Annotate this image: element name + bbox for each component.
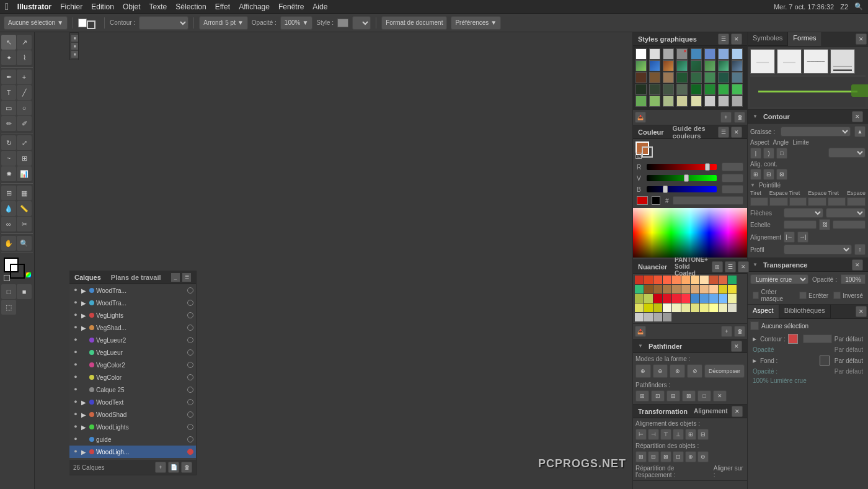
formes-tab[interactable]: Formes (788, 32, 822, 46)
dist-hcenter-btn[interactable]: ⊕ (685, 451, 696, 462)
layer-item[interactable]: ● ▶ WoodTra... (69, 284, 196, 297)
swatch[interactable] (653, 294, 662, 303)
swatch[interactable] (700, 285, 709, 294)
search-icon[interactable]: 🔍 (854, 2, 863, 11)
swatch[interactable] (672, 294, 681, 303)
layer-target[interactable] (187, 436, 193, 442)
swatch[interactable] (635, 294, 644, 303)
dist-right-btn[interactable]: ⊖ (698, 451, 709, 462)
contour-select[interactable] (139, 16, 188, 30)
dist-bottom-btn[interactable]: ⊠ (660, 451, 671, 462)
exclude-btn[interactable]: ⊘ (687, 364, 702, 378)
direct-select-tool[interactable]: ↗ (17, 35, 32, 50)
style-select[interactable] (352, 16, 371, 30)
swatch[interactable] (672, 276, 681, 284)
layer-eye[interactable]: ● (72, 423, 79, 431)
swatch[interactable] (681, 285, 690, 294)
layer-item[interactable]: ● ▶ WoodLights (69, 421, 196, 433)
layer-item[interactable]: ● ▶ VegLights (69, 309, 196, 321)
aspect-tab[interactable]: Aspect (748, 305, 779, 318)
rotate-tool[interactable]: ↻ (1, 135, 16, 150)
menu-fenetre[interactable]: Fenêtre (278, 2, 304, 11)
alignement-tab[interactable]: Alignement (694, 408, 727, 415)
style-swatch[interactable] (649, 72, 660, 83)
swatch[interactable] (691, 276, 699, 284)
limite-select[interactable] (828, 148, 866, 158)
layer-target[interactable] (187, 411, 193, 418)
align-top-btn[interactable]: ⊥ (673, 429, 684, 440)
swatch[interactable] (728, 276, 737, 284)
swatch[interactable] (653, 285, 662, 294)
swatch[interactable] (635, 303, 644, 312)
stroke-swatch[interactable] (87, 20, 95, 29)
v-value[interactable] (722, 174, 743, 182)
dist-left-btn[interactable]: ⊡ (673, 451, 684, 462)
menu-effet[interactable]: Effet (215, 2, 230, 11)
divide-btn[interactable]: ⊞ (636, 390, 649, 402)
espace3-input[interactable] (847, 197, 866, 206)
style-swatch[interactable] (718, 84, 729, 95)
rect-tool[interactable]: ▭ (1, 101, 16, 115)
style-swatch[interactable] (704, 84, 715, 95)
transparence-collapse[interactable]: ▼ (753, 262, 758, 267)
layer-target[interactable] (187, 300, 193, 306)
color-close-btn[interactable]: ✕ (731, 127, 742, 138)
style-swatch[interactable] (676, 84, 688, 95)
delete-style-btn[interactable]: 🗑 (734, 112, 745, 123)
swatch[interactable] (653, 313, 662, 321)
layer-eye[interactable]: ● (72, 349, 79, 356)
style-swatch[interactable] (704, 48, 715, 60)
style-swatch[interactable] (704, 60, 715, 71)
style-swatch[interactable] (691, 72, 702, 83)
make-sublayer-btn[interactable]: + (155, 462, 166, 473)
swatch[interactable] (709, 303, 718, 312)
inside-mode-btn[interactable]: ⬚ (1, 300, 16, 315)
hand-tool[interactable]: ✋ (1, 236, 16, 251)
new-swatch-btn[interactable]: + (721, 326, 732, 337)
align-right-btn[interactable]: ⊤ (660, 429, 671, 440)
menu-texte[interactable]: Texte (149, 2, 167, 11)
layer-eye[interactable]: ● (72, 386, 79, 393)
link-btn[interactable]: ⛓ (819, 219, 830, 230)
pathfinder-close-btn[interactable]: ✕ (731, 341, 742, 352)
inverse-checkbox[interactable] (833, 292, 841, 299)
style-swatch[interactable] (337, 19, 348, 27)
b-slider-track[interactable] (647, 186, 717, 192)
align-bottom-btn[interactable]: ⊟ (698, 429, 709, 440)
swatch[interactable] (728, 294, 737, 303)
forme-2[interactable]: — (777, 49, 802, 74)
fleches-right-select[interactable] (826, 208, 866, 218)
layer-eye[interactable]: ● (72, 436, 79, 443)
black-swatch[interactable] (652, 196, 660, 205)
menu-objet[interactable]: Objet (123, 2, 141, 11)
swatch-lib-btn[interactable]: 📥 (635, 326, 646, 337)
delete-layer-btn[interactable]: 🗑 (181, 462, 192, 473)
forme-3[interactable]: ───── (804, 49, 828, 74)
layer-eye[interactable]: ● (72, 312, 79, 319)
style-swatch[interactable] (636, 96, 647, 107)
new-layer-btn[interactable]: 📄 (168, 462, 179, 473)
menu-fichier[interactable]: Fichier (60, 2, 82, 11)
minus-front-btn[interactable]: ⊖ (653, 364, 668, 378)
layer-item[interactable]: ● Calque 25 (69, 384, 196, 396)
contour-color[interactable] (788, 334, 798, 344)
forme-1[interactable]: — (750, 49, 775, 74)
layer-target[interactable] (187, 337, 193, 343)
symboles-tab[interactable]: Symboles (748, 32, 788, 46)
layer-eye[interactable]: ● (72, 361, 79, 369)
symbol-tool[interactable]: ✸ (1, 166, 16, 181)
layer-eye[interactable]: ● (72, 448, 79, 455)
layers-minimize-btn[interactable]: _ (171, 273, 180, 282)
layer-target[interactable] (187, 312, 193, 318)
echelle-right-input[interactable] (833, 220, 866, 229)
swatch[interactable] (719, 303, 727, 312)
espace1-input[interactable] (769, 197, 788, 206)
style-swatch[interactable] (691, 96, 702, 107)
style-swatch[interactable] (718, 72, 729, 83)
style-swatch[interactable] (676, 60, 688, 71)
pathfinder-collapse[interactable]: ▼ (638, 343, 643, 349)
layer-item[interactable]: ● ▶ WoodText (69, 396, 196, 408)
tiret2-input[interactable] (789, 197, 807, 206)
outline-btn[interactable]: □ (698, 390, 711, 402)
contour-collapse[interactable]: ▼ (753, 114, 758, 119)
